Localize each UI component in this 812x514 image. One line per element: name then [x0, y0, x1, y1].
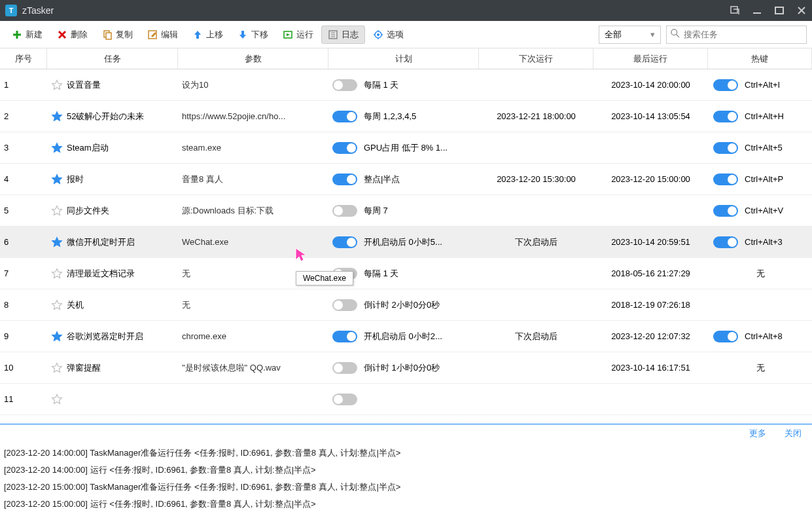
enable-toggle[interactable]	[332, 299, 357, 311]
hotkey-toggle[interactable]	[713, 79, 738, 91]
table-row[interactable]: 3 Steam启动 steam.exe GPU占用 低于 8% 1... Ctr…	[0, 132, 812, 164]
star-icon[interactable]	[51, 111, 63, 122]
run-button[interactable]: 运行	[276, 26, 320, 44]
star-icon[interactable]	[51, 268, 63, 280]
enable-toggle[interactable]	[332, 236, 357, 248]
col-last[interactable]: 最后运行	[593, 48, 708, 69]
cell-next: 下次启动后	[479, 236, 593, 248]
hotkey-toggle[interactable]	[713, 174, 738, 185]
hotkey-toggle[interactable]	[713, 236, 738, 248]
cell-index: 7	[0, 268, 47, 278]
col-next[interactable]: 下次运行	[479, 48, 593, 69]
search-box[interactable]	[666, 26, 807, 44]
star-icon[interactable]	[51, 331, 63, 342]
new-button[interactable]: 新建	[5, 26, 49, 44]
cell-param: 音量8 真人	[178, 174, 328, 185]
star-icon[interactable]	[51, 205, 63, 217]
table-header: 序号 任务 参数 计划 下次运行 最后运行 热键	[0, 48, 812, 69]
cell-last: 2023-10-14 20:59:51	[593, 237, 708, 247]
cell-task: 清理最近文档记录	[47, 268, 178, 280]
star-icon[interactable]	[51, 79, 63, 91]
window-minimize-icon[interactable]	[752, 5, 762, 16]
table-row[interactable]: 1 设置音量 设为10 每隔 1 天 2023-10-14 20:00:00 C…	[0, 69, 812, 101]
movedown-button[interactable]: 下移	[231, 26, 275, 44]
cell-hotkey: 无	[708, 268, 812, 280]
star-icon[interactable]	[51, 236, 63, 248]
enable-toggle[interactable]	[332, 111, 357, 122]
cell-hotkey: Ctrl+Alt+V	[708, 205, 812, 217]
movedown-label: 下移	[251, 29, 268, 41]
hotkey-toggle[interactable]	[713, 331, 738, 342]
svg-line-24	[677, 35, 679, 37]
delete-button[interactable]: 删除	[50, 26, 94, 44]
table-row[interactable]: 9 谷歌浏览器定时开启 chrome.exe 开机启动后 0小时2... 下次启…	[0, 321, 812, 352]
table-row[interactable]: 5 同步文件夹 源:Downloads 目标:下载 每周 7 Ctrl+Alt+…	[0, 195, 812, 227]
filter-select[interactable]: 全部 ▾	[599, 26, 661, 44]
table-row[interactable]: 10 弹窗提醒 "是时候该休息啦" QQ.wav 倒计时 1小时0分0秒 202…	[0, 352, 812, 384]
task-name: 微信开机定时开启	[67, 236, 135, 248]
svg-point-18	[377, 33, 380, 36]
task-name: 报时	[67, 174, 84, 185]
table-row[interactable]: 2 52破解心开始の未来 https://www.52pojie.cn/ho..…	[0, 101, 812, 132]
window-close-icon[interactable]	[796, 5, 807, 16]
table-row[interactable]: 4 报时 音量8 真人 整点|半点 2023-12-20 15:30:00 20…	[0, 164, 812, 195]
moveup-button[interactable]: 上移	[186, 26, 230, 44]
enable-toggle[interactable]	[332, 142, 357, 154]
log-body: [2023-12-20 14:00:00] TaskManager准备运行任务 …	[0, 442, 812, 514]
star-icon[interactable]	[51, 362, 63, 374]
col-plan[interactable]: 计划	[328, 48, 479, 69]
log-button[interactable]: 日志	[321, 26, 365, 44]
arrow-down-icon	[238, 29, 248, 40]
enable-toggle[interactable]	[332, 362, 357, 374]
window-maximize-icon[interactable]	[774, 5, 785, 16]
cell-hotkey: Ctrl+Alt+I	[708, 79, 812, 91]
star-icon[interactable]	[51, 394, 63, 405]
enable-toggle[interactable]	[332, 394, 357, 405]
options-button[interactable]: 选项	[366, 26, 410, 44]
edit-button[interactable]: 编辑	[141, 26, 185, 44]
svg-rect-2	[775, 7, 783, 14]
copy-button[interactable]: 复制	[96, 26, 139, 44]
col-hotkey[interactable]: 热键	[708, 48, 812, 69]
hotkey-toggle[interactable]	[713, 205, 738, 217]
cell-task: 报时	[47, 174, 178, 185]
table-row[interactable]: 8 关机 无 倒计时 2小时0分0秒 2018-12-19 07:26:18	[0, 289, 812, 321]
cell-last: 2023-10-14 20:00:00	[593, 80, 708, 90]
col-task[interactable]: 任务	[47, 48, 178, 69]
search-input[interactable]	[684, 29, 802, 39]
cell-index: 10	[0, 363, 47, 373]
cell-param: https://www.52pojie.cn/ho...	[178, 111, 328, 121]
col-index[interactable]: 序号	[0, 48, 47, 69]
window-popout-icon[interactable]	[730, 5, 740, 16]
table-row[interactable]: 11	[0, 384, 812, 415]
plus-icon	[12, 29, 22, 40]
cell-index: 11	[0, 394, 47, 404]
plan-text: 倒计时 1小时0分0秒	[364, 362, 440, 374]
star-icon[interactable]	[51, 299, 63, 311]
col-param[interactable]: 参数	[178, 48, 328, 69]
task-list: 1 设置音量 设为10 每隔 1 天 2023-10-14 20:00:00 C…	[0, 69, 812, 423]
cell-param: 设为10	[178, 79, 328, 91]
hotkey-toggle[interactable]	[713, 111, 738, 122]
new-label: 新建	[26, 29, 43, 41]
enable-toggle[interactable]	[332, 205, 357, 217]
run-icon	[283, 29, 293, 40]
cell-index: 8	[0, 300, 47, 310]
enable-toggle[interactable]	[332, 174, 357, 185]
log-more-link[interactable]: 更多	[749, 428, 766, 439]
hotkey-toggle[interactable]	[713, 142, 738, 154]
task-name: 谷歌浏览器定时开启	[67, 331, 143, 342]
star-icon[interactable]	[51, 142, 63, 154]
table-row[interactable]: 7 清理最近文档记录 无 每隔 1 天 2018-05-16 21:27:29 …	[0, 258, 812, 289]
log-line: [2023-12-20 15:00:00] 运行 <任务:报时, ID:6961…	[4, 496, 808, 513]
log-close-link[interactable]: 关闭	[785, 428, 802, 439]
cell-task	[47, 394, 178, 405]
hotkey-text: Ctrl+Alt+3	[745, 237, 783, 247]
star-icon[interactable]	[51, 174, 63, 185]
enable-toggle[interactable]	[332, 79, 357, 91]
table-row[interactable]: 6 微信开机定时开启 WeChat.exe 开机启动后 0小时5... 下次启动…	[0, 227, 812, 258]
enable-toggle[interactable]	[332, 331, 357, 342]
cell-plan: 倒计时 2小时0分0秒	[328, 299, 479, 311]
cell-task: 关机	[47, 299, 178, 311]
hotkey-text: 无	[713, 362, 808, 374]
